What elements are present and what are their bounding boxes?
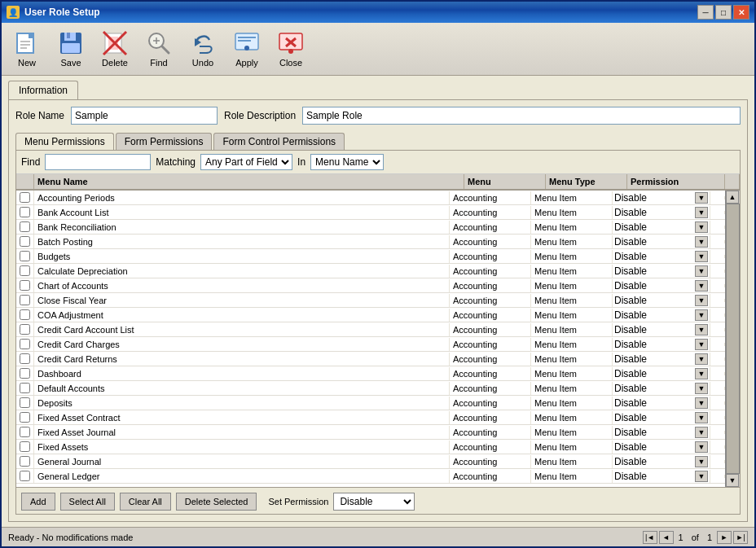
matching-select[interactable]: Any Part of Field Exact Match Starts Wit… <box>200 154 292 170</box>
permission-dropdown-button[interactable]: ▼ <box>695 397 708 409</box>
row-permission-value: Disable <box>614 295 647 306</box>
row-checkbox[interactable] <box>20 353 30 364</box>
inner-tab-row: Menu Permissions Form Permissions Form C… <box>15 133 741 151</box>
table-row: Accounting Periods Accounting Menu Item … <box>16 191 725 205</box>
row-menu: Accounting <box>450 191 531 204</box>
role-desc-input[interactable] <box>302 107 741 125</box>
in-select[interactable]: Menu Name Menu Menu Type Permission <box>310 154 384 170</box>
last-page-button[interactable]: ►| <box>733 531 748 544</box>
window-title: User Role Setup <box>24 7 697 18</box>
table-row: Default Accounts Accounting Menu Item Di… <box>16 381 725 396</box>
permission-dropdown-button[interactable]: ▼ <box>695 324 708 335</box>
table-row: Batch Posting Accounting Menu Item Disab… <box>16 235 725 249</box>
row-checkbox[interactable] <box>20 427 30 437</box>
permission-dropdown-button[interactable]: ▼ <box>695 427 708 438</box>
row-scroll-cell <box>710 226 725 229</box>
row-menu: Accounting <box>450 206 531 219</box>
row-checkbox[interactable] <box>20 309 30 320</box>
permission-dropdown-button[interactable]: ▼ <box>695 339 708 350</box>
in-label: In <box>297 156 305 168</box>
next-page-button[interactable]: ► <box>717 531 732 544</box>
row-checkbox[interactable] <box>20 441 30 452</box>
row-checkbox[interactable] <box>20 368 30 379</box>
tab-information[interactable]: Information <box>8 81 78 99</box>
row-menu-name: Fixed Asset Journal <box>34 426 450 439</box>
scroll-down-button[interactable]: ▼ <box>726 474 739 487</box>
permission-dropdown-button[interactable]: ▼ <box>695 383 708 394</box>
permission-dropdown-button[interactable]: ▼ <box>695 368 708 379</box>
save-button[interactable]: Save <box>51 26 91 72</box>
row-checkbox[interactable] <box>20 265 30 276</box>
undo-button[interactable]: Undo <box>182 26 223 72</box>
row-checkbox[interactable] <box>20 397 30 408</box>
row-menu-type: Menu Item <box>531 470 613 483</box>
permission-dropdown-button[interactable]: ▼ <box>695 471 708 482</box>
tab-menu-permissions[interactable]: Menu Permissions <box>15 133 114 150</box>
row-checkbox[interactable] <box>20 339 30 349</box>
permission-dropdown-button[interactable]: ▼ <box>695 456 708 467</box>
permission-dropdown-button[interactable]: ▼ <box>695 309 708 321</box>
row-checkbox[interactable] <box>20 383 30 393</box>
window-close-button[interactable]: ✕ <box>733 5 749 20</box>
svg-marker-1 <box>29 33 33 38</box>
permission-dropdown-button[interactable]: ▼ <box>695 236 708 248</box>
scroll-up-button[interactable]: ▲ <box>726 191 739 204</box>
titlebar: 👤 User Role Setup ─ □ ✕ <box>2 2 754 23</box>
tab-form-control-permissions[interactable]: Form Control Permissions <box>213 133 345 150</box>
row-checkbox[interactable] <box>20 412 30 423</box>
row-checkbox[interactable] <box>20 295 30 305</box>
row-checkbox[interactable] <box>20 280 30 291</box>
permission-dropdown-button[interactable]: ▼ <box>695 207 708 218</box>
titlebar-buttons: ─ □ ✕ <box>697 5 749 20</box>
row-permission-value: Disable <box>614 397 647 409</box>
main-window: 👤 User Role Setup ─ □ ✕ New <box>0 0 756 548</box>
row-permission-value: Disable <box>614 236 647 248</box>
permission-dropdown-button[interactable]: ▼ <box>695 221 708 233</box>
row-checkbox[interactable] <box>20 192 30 203</box>
prev-page-button[interactable]: ◄ <box>659 531 674 544</box>
permission-dropdown-button[interactable]: ▼ <box>695 295 708 306</box>
permission-dropdown-button[interactable]: ▼ <box>695 441 708 453</box>
select-all-button[interactable]: Select All <box>60 493 115 511</box>
row-menu: Accounting <box>450 235 531 248</box>
add-button[interactable]: Add <box>21 493 55 511</box>
tab-form-permissions[interactable]: Form Permissions <box>116 133 213 150</box>
row-scroll-cell <box>710 255 725 258</box>
row-checkbox[interactable] <box>20 221 30 232</box>
vertical-scrollbar[interactable]: ▲ ▼ <box>725 191 740 487</box>
find-label: Find <box>150 58 167 68</box>
col-menu: Menu <box>464 174 546 189</box>
clear-all-button[interactable]: Clear All <box>120 493 171 511</box>
permission-dropdown-button[interactable]: ▼ <box>695 280 708 292</box>
minimize-button[interactable]: ─ <box>697 5 714 20</box>
scroll-thumb[interactable] <box>726 204 740 474</box>
row-permission-value: Disable <box>614 456 647 467</box>
find-input[interactable] <box>45 154 151 170</box>
row-menu: Accounting <box>450 221 531 234</box>
delete-button[interactable]: Delete <box>94 26 135 72</box>
role-name-input[interactable] <box>71 107 218 125</box>
row-checkbox[interactable] <box>20 251 30 261</box>
row-menu: Accounting <box>450 294 531 307</box>
row-checkbox[interactable] <box>20 456 30 467</box>
row-checkbox[interactable] <box>20 471 30 481</box>
apply-button[interactable]: Apply <box>226 26 267 72</box>
set-permission-select[interactable]: Disable Enable Hide <box>333 493 415 511</box>
permission-dropdown-button[interactable]: ▼ <box>695 192 708 204</box>
find-button[interactable]: Find <box>138 26 179 72</box>
maximize-button[interactable]: □ <box>715 5 732 20</box>
permission-dropdown-button[interactable]: ▼ <box>695 412 708 423</box>
first-page-button[interactable]: |◄ <box>643 531 657 544</box>
row-checkbox[interactable] <box>20 236 30 247</box>
permission-dropdown-button[interactable]: ▼ <box>695 265 708 277</box>
table-row: Dashboard Accounting Menu Item Disable ▼ <box>16 366 725 381</box>
permission-dropdown-button[interactable]: ▼ <box>695 251 708 262</box>
menu-permissions-content: Find Matching Any Part of Field Exact Ma… <box>15 151 741 515</box>
row-checkbox[interactable] <box>20 324 30 335</box>
row-checkbox[interactable] <box>20 207 30 217</box>
close-toolbar-button[interactable]: Close <box>270 26 311 72</box>
delete-selected-button[interactable]: Delete Selected <box>176 493 257 511</box>
permission-dropdown-button[interactable]: ▼ <box>695 353 708 365</box>
new-button[interactable]: New <box>7 26 47 72</box>
row-menu-name: Credit Card Charges <box>34 338 450 351</box>
